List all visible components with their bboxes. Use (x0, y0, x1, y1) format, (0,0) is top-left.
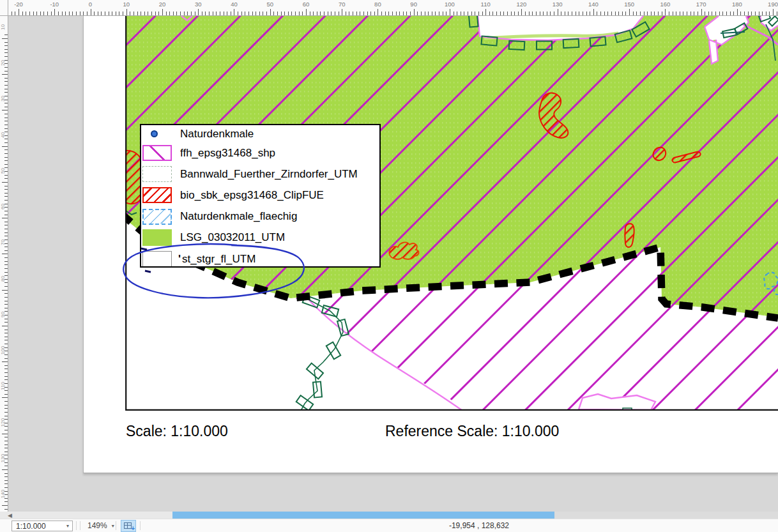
ruler-tick (137, 11, 138, 15)
ruler-tick (450, 9, 450, 15)
ruler-tick (457, 11, 457, 15)
ruler-tick (94, 11, 95, 15)
ruler-tick (607, 11, 608, 15)
ruler-tick (313, 11, 314, 15)
ruler-tick (4, 189, 8, 190)
ruler-tick (543, 11, 544, 15)
legend-item-2: Bannwald_Fuerther_Zirndorfer_UTM (141, 163, 379, 185)
ruler-tick (2, 397, 8, 398)
dropdown-caret-icon[interactable]: ▾ (112, 523, 114, 529)
ruler-tick (680, 11, 680, 15)
ruler-tick (310, 11, 310, 15)
ruler-tick (87, 11, 88, 15)
ruler-tick (4, 333, 8, 333)
ruler-label: 140 (0, 488, 6, 501)
legend-swatch-st (142, 251, 172, 267)
ruler-tick (370, 11, 371, 15)
status-bar: 1:10.000 ▾ 149% ▾ + -19,954 , 128,632 (0, 519, 778, 532)
ruler-tick (58, 11, 59, 15)
ruler-tick (367, 11, 368, 15)
ruler-label: 120 (510, 1, 532, 8)
ruler-tick (461, 11, 461, 15)
ruler-tick (730, 11, 731, 15)
legend-item-5: LSG_03032011_UTM (141, 227, 379, 248)
ruler-tick (579, 11, 579, 15)
ruler-tick (676, 11, 676, 15)
ruler-tick (101, 11, 102, 15)
dropdown-caret-icon[interactable]: ▾ (66, 523, 69, 529)
ruler-tick (191, 11, 192, 15)
horizontal-ruler: -20-100102030405060708090100110120130140… (8, 0, 778, 16)
scrollbar-thumb[interactable] (172, 512, 554, 519)
ruler-tick (550, 11, 551, 15)
ruler-tick (231, 11, 231, 15)
ruler-tick (4, 118, 8, 118)
ruler-label: 30 (0, 93, 6, 105)
ruler-tick (176, 11, 177, 15)
ruler-tick (744, 11, 745, 15)
legend-item-label: Naturdenkmale (180, 128, 254, 141)
ruler-label: 60 (295, 1, 317, 8)
ruler-tick (690, 11, 691, 15)
ruler-tick (116, 11, 116, 15)
ruler-tick (234, 9, 234, 15)
ruler-tick (593, 9, 594, 15)
ruler-tick (4, 78, 8, 79)
ruler-tick (443, 11, 443, 15)
ruler-tick (133, 11, 134, 15)
ruler-tick (2, 218, 8, 218)
ruler-tick (4, 107, 8, 107)
ruler-tick (507, 11, 508, 15)
ruler-tick (4, 125, 8, 125)
ruler-tick (489, 11, 490, 15)
ruler-tick (518, 11, 519, 15)
ruler-tick (586, 11, 587, 15)
ruler-tick (2, 290, 8, 291)
ruler-tick (173, 11, 174, 15)
ruler-tick (320, 11, 321, 15)
ruler-tick (722, 11, 723, 15)
ruler-tick (4, 250, 8, 251)
ruler-label: 150 (618, 1, 640, 8)
ruler-tick (629, 9, 630, 15)
horizontal-scrollbar[interactable]: ◀ (0, 512, 778, 519)
ruler-tick (54, 9, 55, 15)
ruler-label: 50 (0, 164, 6, 177)
ruler-tick (439, 11, 439, 15)
ruler-tick (511, 11, 512, 15)
ruler-tick (4, 340, 8, 340)
ruler-tick (4, 225, 8, 225)
map-scale-combobox[interactable]: 1:10.000 ▾ (11, 521, 73, 531)
ruler-label: 30 (187, 1, 209, 8)
map-legend[interactable]: Naturdenkmaleffh_epsg31468_shpBannwald_F… (140, 124, 381, 268)
legend-item-0: Naturdenkmale (141, 125, 379, 142)
ruler-tick (4, 215, 8, 215)
ruler-tick (4, 304, 8, 305)
layout-grid-plus-button[interactable]: + (121, 520, 136, 532)
ruler-tick (4, 52, 8, 53)
ruler-tick (4, 372, 8, 373)
ruler-tick (521, 9, 522, 15)
ruler-tick (112, 11, 112, 15)
ruler-tick (604, 11, 605, 15)
ruler-tick (51, 11, 52, 15)
ruler-tick (673, 11, 673, 15)
ruler-tick (4, 193, 8, 194)
ruler-tick (733, 11, 734, 15)
ruler-tick (421, 11, 422, 15)
ruler-tick (83, 11, 84, 15)
ruler-tick (4, 301, 8, 301)
zoom-level-control[interactable]: 149% ▾ (88, 521, 114, 530)
ruler-tick (216, 11, 217, 15)
ruler-tick (302, 11, 303, 15)
scrollbar-track[interactable] (554, 512, 778, 519)
ruler-tick (4, 42, 8, 43)
scroll-left-arrow-icon[interactable]: ◀ (8, 512, 12, 519)
ruler-tick (640, 11, 641, 15)
ruler-tick (4, 509, 8, 510)
ruler-label: 10 (116, 1, 137, 8)
ruler-tick (91, 9, 91, 15)
ruler-label: 140 (583, 1, 604, 8)
ruler-tick (636, 11, 637, 15)
ruler-tick (248, 11, 249, 15)
